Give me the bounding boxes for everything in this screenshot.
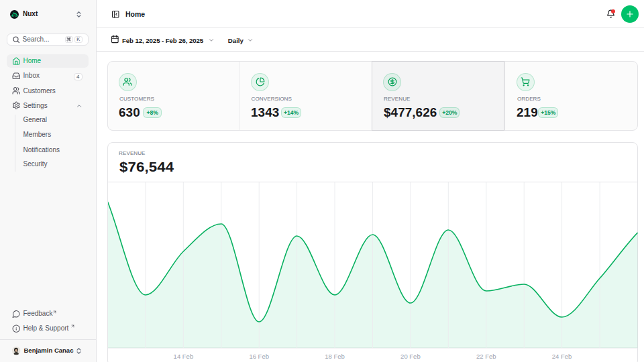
- svg-text:14 Feb: 14 Feb: [173, 353, 193, 360]
- svg-text:24 Feb: 24 Feb: [551, 353, 572, 360]
- svg-text:18 Feb: 18 Feb: [325, 353, 345, 360]
- svg-text:22 Feb: 22 Feb: [476, 353, 496, 360]
- svg-text:20 Feb: 20 Feb: [400, 353, 421, 360]
- svg-text:16 Feb: 16 Feb: [249, 353, 269, 360]
